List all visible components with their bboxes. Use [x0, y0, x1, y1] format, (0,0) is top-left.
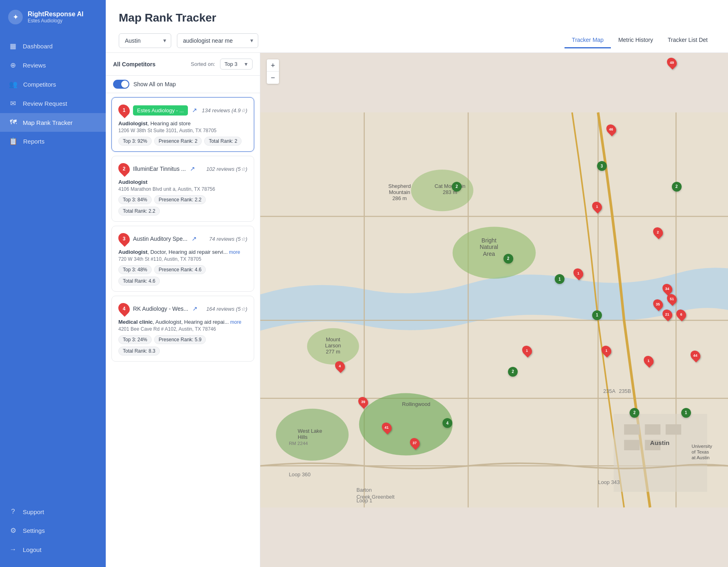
svg-text:Mount: Mount [326, 336, 340, 342]
filter-label: All Competitors [113, 61, 155, 68]
biz-name-2: IlluminEar Tinnitus ... [133, 166, 186, 172]
svg-text:Austin: Austin [650, 439, 669, 446]
biz-addr-2: 4106 Marathon Blvd unit a, Austin, TX 78… [118, 186, 247, 192]
tabs-row: Tracker MapMetric HistoryTracker List De… [565, 33, 715, 48]
svg-rect-15 [624, 424, 639, 435]
sidebar-item-dashboard[interactable]: ▦Dashboard [0, 37, 106, 56]
svg-text:Bright: Bright [482, 237, 497, 244]
nav-icon-reviews: ⊕ [9, 61, 17, 70]
external-link-4[interactable]: ↗ [192, 305, 198, 312]
brand-icon: ✦ [8, 10, 23, 24]
svg-text:Shepherd: Shepherd [388, 183, 411, 189]
sidebar-item-competitors[interactable]: 👥Competitors [0, 75, 106, 94]
more-link-4[interactable]: more [229, 319, 242, 325]
svg-text:Hills: Hills [298, 434, 307, 440]
sidebar: ✦ RightResponse AI Estes Audiology ▦Dash… [0, 0, 106, 567]
brand-section: ✦ RightResponse AI Estes Audiology [0, 0, 106, 33]
sidebar-bottom-settings[interactable]: ⚙Settings [0, 521, 106, 540]
reviews-text-4: 164 reviews (5☆) [206, 306, 247, 312]
tag-4-1: Presence Rank: 5.9 [154, 335, 206, 344]
sidebar-bottom-support[interactable]: ?Support [0, 502, 106, 521]
tag-3-1: Presence Rank: 4.6 [154, 265, 206, 274]
svg-text:RM 2244: RM 2244 [289, 441, 308, 446]
pin-num-4: 4 [123, 306, 126, 312]
svg-text:West Lake: West Lake [298, 428, 322, 434]
svg-text:University: University [692, 444, 713, 449]
brand-text: RightResponse AI Estes Audiology [28, 11, 83, 24]
nav-label-map-rank-tracker: Map Rank Tracker [23, 119, 73, 126]
tag-3-2: Total Rank: 4.6 [118, 277, 160, 286]
bottom-icon-settings: ⚙ [9, 526, 17, 535]
svg-text:235B: 235B [619, 388, 631, 394]
tag-4-0: Top 3: 24% [118, 335, 152, 344]
svg-text:of Texas: of Texas [692, 449, 709, 454]
rank-pin-2: 2 [118, 162, 130, 176]
biz-type-2: Audiologist [118, 179, 247, 185]
zoom-in-button[interactable]: + [267, 59, 279, 72]
tab-tracker-list-detail[interactable]: Tracker List Det [660, 33, 715, 48]
show-all-toggle[interactable] [113, 80, 129, 89]
biz-name-btn-1[interactable]: Estes Audiology - ... [133, 105, 188, 116]
competitor-card-3[interactable]: 3 Austin Auditory Spe... ↗ 74 reviews (5… [111, 226, 254, 292]
sort-select[interactable]: Top 3Top 5Top 10 [220, 59, 253, 70]
svg-text:Loop 360: Loop 360 [289, 471, 310, 478]
tags-row-1: Top 3: 92%Presence Rank: 2Total Rank: 2 [118, 137, 247, 146]
svg-text:235A: 235A [603, 388, 615, 394]
nav-label-reviews: Reviews [23, 62, 46, 69]
sidebar-item-reviews[interactable]: ⊕Reviews [0, 56, 106, 75]
city-select[interactable]: AustinHoustonDallasSan Antonio [119, 33, 171, 48]
svg-point-13 [276, 409, 349, 461]
sidebar-item-reports[interactable]: 📋Reports [0, 132, 106, 151]
sidebar-item-review-request[interactable]: ✉Review Request [0, 94, 106, 113]
biz-type-4: Medical clinic, Audiologist, Hearing aid… [118, 319, 247, 325]
sidebar-nav: ▦Dashboard⊕Reviews👥Competitors✉Review Re… [0, 33, 106, 498]
page-title: Map Rank Tracker [119, 11, 715, 24]
nav-icon-review-request: ✉ [9, 99, 17, 108]
zoom-out-button[interactable]: − [267, 72, 279, 84]
nav-label-reports: Reports [23, 138, 45, 145]
biz-addr-4: 4201 Bee Cave Rd # A102, Austin, TX 7874… [118, 326, 247, 332]
svg-text:286 m: 286 m [392, 195, 407, 201]
keyword-select[interactable]: audiologist near mehearing aid storeaudi… [177, 33, 258, 48]
nav-icon-map-rank-tracker: 🗺 [9, 118, 17, 126]
filter-bar: All Competitors Sorted on: Top 3Top 5Top… [106, 53, 260, 76]
tab-tracker-map[interactable]: Tracker Map [565, 33, 611, 48]
svg-text:283 m: 283 m [443, 189, 457, 195]
card-header-1: 1 Estes Audiology - ... ↗ 134 reviews (4… [118, 103, 247, 117]
card-header-4: 4 RK Audiology - Wes... ↗ 164 reviews (5… [118, 302, 247, 316]
sidebar-item-map-rank-tracker[interactable]: 🗺Map Rank Tracker [0, 113, 106, 132]
svg-text:Larson: Larson [325, 342, 341, 349]
external-link-2[interactable]: ↗ [190, 165, 195, 172]
svg-text:Mountain: Mountain [389, 189, 410, 195]
toggle-row: Show All on Map [106, 76, 260, 93]
bottom-icon-logout: → [9, 545, 17, 554]
tab-metric-history[interactable]: Metric History [611, 33, 660, 48]
tags-row-4: Top 3: 24%Presence Rank: 5.9Total Rank: … [118, 335, 247, 355]
tag-1-1: Presence Rank: 2 [154, 137, 202, 146]
external-link-3[interactable]: ↗ [192, 235, 197, 242]
competitor-card-1[interactable]: 1 Estes Audiology - ... ↗ 134 reviews (4… [111, 97, 254, 152]
external-link-1[interactable]: ↗ [192, 107, 197, 114]
more-link-3[interactable]: more [228, 249, 240, 255]
bottom-label-logout: Logout [23, 546, 41, 553]
svg-rect-16 [645, 424, 660, 435]
svg-text:at Austin: at Austin [692, 455, 710, 460]
map-svg: Bright Natural Area Cat Mountain 283 m S… [260, 53, 728, 567]
nav-label-dashboard: Dashboard [23, 43, 52, 50]
rank-pin-1: 1 [118, 103, 130, 117]
biz-addr-3: 720 W 34th St #110, Austin, TX 78705 [118, 256, 247, 262]
rank-pin-3: 3 [118, 232, 130, 246]
sidebar-bottom-logout[interactable]: →Logout [0, 540, 106, 559]
competitor-card-4[interactable]: 4 RK Audiology - Wes... ↗ 164 reviews (5… [111, 296, 254, 362]
tag-3-0: Top 3: 48% [118, 265, 152, 274]
tags-row-3: Top 3: 48%Presence Rank: 4.6Total Rank: … [118, 265, 247, 286]
biz-name-4: RK Audiology - Wes... [133, 305, 188, 312]
competitor-card-2[interactable]: 2 IlluminEar Tinnitus ... ↗ 102 reviews … [111, 156, 254, 222]
map-area: Bright Natural Area Cat Mountain 283 m S… [260, 53, 728, 567]
tag-2-0: Top 3: 84% [118, 195, 152, 204]
tag-2-2: Total Rank: 2.2 [118, 207, 160, 216]
reviews-text-3: 74 reviews (5☆) [209, 236, 247, 242]
main-header: Map Rank Tracker AustinHoustonDallasSan … [106, 0, 728, 48]
left-panel: All Competitors Sorted on: Top 3Top 5Top… [106, 53, 260, 567]
svg-rect-18 [624, 440, 639, 450]
